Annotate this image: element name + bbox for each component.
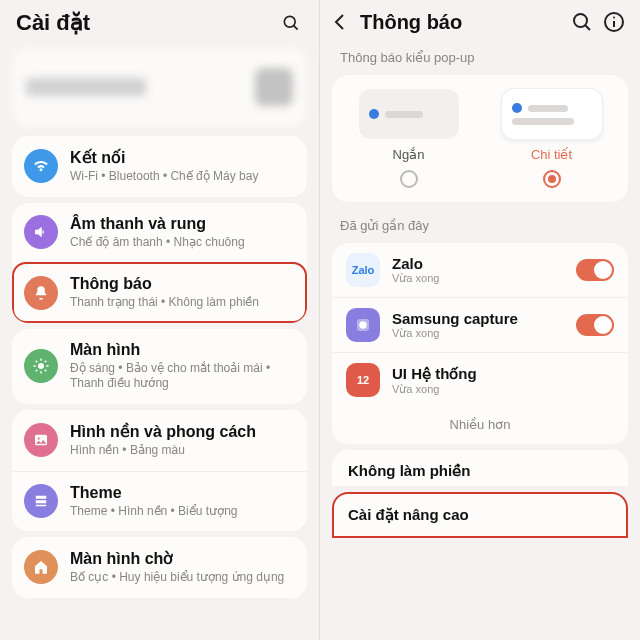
notifications-pane: Thông báo Thông báo kiểu pop-up NgắnChi … <box>320 0 640 640</box>
bell-icon <box>24 276 58 310</box>
dnd-label: Không làm phiền <box>348 462 612 480</box>
row-title: Thông báo <box>70 275 293 293</box>
svg-line-14 <box>585 25 590 30</box>
dnd-row[interactable]: Không làm phiền <box>332 450 628 486</box>
row-title: Hình nền và phong cách <box>70 422 293 441</box>
app-icon: Zalo <box>346 253 380 287</box>
settings-row-image[interactable]: Hình nền và phong cáchHình nền • Bảng mà… <box>12 410 307 471</box>
display-icon <box>24 349 58 383</box>
row-title: Màn hình chờ <box>70 549 293 568</box>
settings-row-home[interactable]: Màn hình chờBố cục • Huy hiệu biểu tượng… <box>12 537 307 598</box>
settings-row-display[interactable]: Màn hìnhĐộ sáng • Bảo vệ cho mắt thoải m… <box>12 329 307 404</box>
recent-app-row[interactable]: 12UI Hệ thốngVừa xong <box>332 352 628 407</box>
app-subtitle: Vừa xong <box>392 327 564 340</box>
settings-row-bell[interactable]: Thông báoThanh trạng thái • Không làm ph… <box>12 262 307 323</box>
row-subtitle: Bố cục • Huy hiệu biểu tượng ứng dụng <box>70 570 293 586</box>
svg-line-8 <box>45 370 47 372</box>
svg-point-19 <box>359 321 367 329</box>
settings-row-sound[interactable]: Âm thanh và rungChế độ âm thanh • Nhạc c… <box>12 203 307 263</box>
popup-option-label: Chi tiết <box>531 147 572 162</box>
popup-preview-detail <box>502 89 602 139</box>
row-subtitle: Chế độ âm thanh • Nhạc chuông <box>70 235 293 251</box>
row-title: Kết nối <box>70 148 293 167</box>
popup-style-card: NgắnChi tiết <box>332 75 628 202</box>
svg-point-2 <box>38 363 44 369</box>
settings-list: Kết nốiWi-Fi • Bluetooth • Chế độ Máy ba… <box>0 136 319 598</box>
radio-icon[interactable] <box>400 170 418 188</box>
more-button[interactable]: Nhiều hơn <box>332 407 628 444</box>
svg-line-9 <box>45 361 47 363</box>
app-subtitle: Vừa xong <box>392 383 614 396</box>
settings-pane: Cài đặt Kết nốiWi-Fi • Bluetooth • Chế đ… <box>0 0 320 640</box>
row-title: Âm thanh và rung <box>70 215 293 233</box>
home-icon <box>24 550 58 584</box>
settings-row-wifi[interactable]: Kết nốiWi-Fi • Bluetooth • Chế độ Máy ba… <box>12 136 307 197</box>
notifications-title: Thông báo <box>360 11 562 34</box>
settings-title: Cài đặt <box>16 10 271 36</box>
toggle-switch[interactable] <box>576 259 614 281</box>
app-icon <box>346 308 380 342</box>
svg-point-0 <box>284 16 295 27</box>
info-icon[interactable] <box>602 10 626 34</box>
search-icon[interactable] <box>570 10 594 34</box>
toggle-switch[interactable] <box>576 314 614 336</box>
search-icon[interactable] <box>279 11 303 35</box>
row-subtitle: Thanh trạng thái • Không làm phiền <box>70 295 293 311</box>
recent-app-row[interactable]: ZaloZaloVừa xong <box>332 243 628 297</box>
app-icon: 12 <box>346 363 380 397</box>
row-subtitle: Wi-Fi • Bluetooth • Chế độ Máy bay <box>70 169 293 185</box>
app-name: Zalo <box>392 255 564 272</box>
radio-icon[interactable] <box>543 170 561 188</box>
svg-point-17 <box>613 17 615 19</box>
advanced-settings-row[interactable]: Cài đặt nâng cao <box>332 492 628 538</box>
recent-app-row[interactable]: Samsung captureVừa xong <box>332 297 628 352</box>
settings-row-palette[interactable]: ThemeTheme • Hình nền • Biểu tượng <box>12 471 307 532</box>
svg-line-7 <box>36 361 38 363</box>
settings-header: Cài đặt <box>0 0 319 42</box>
row-title: Màn hình <box>70 341 293 359</box>
row-subtitle: Độ sáng • Bảo vệ cho mắt thoải mái • Tha… <box>70 361 293 392</box>
notifications-header: Thông báo <box>320 0 640 40</box>
popup-option-detail[interactable]: Chi tiết <box>487 89 616 188</box>
svg-point-13 <box>574 14 587 27</box>
popup-preview-short <box>359 89 459 139</box>
sound-icon <box>24 215 58 249</box>
row-subtitle: Hình nền • Bảng màu <box>70 443 293 459</box>
profile-card[interactable] <box>12 48 307 126</box>
row-title: Theme <box>70 484 293 502</box>
recent-apps-card: ZaloZaloVừa xongSamsung captureVừa xong1… <box>332 243 628 444</box>
app-name: UI Hệ thống <box>392 365 614 383</box>
svg-point-12 <box>38 438 40 440</box>
popup-option-label: Ngắn <box>393 147 425 162</box>
palette-icon <box>24 484 58 518</box>
recent-section-label: Đã gửi gần đây <box>320 208 640 239</box>
popup-option-short[interactable]: Ngắn <box>344 89 473 188</box>
popup-section-label: Thông báo kiểu pop-up <box>320 40 640 71</box>
app-name: Samsung capture <box>392 310 564 327</box>
row-subtitle: Theme • Hình nền • Biểu tượng <box>70 504 293 520</box>
image-icon <box>24 423 58 457</box>
app-subtitle: Vừa xong <box>392 272 564 285</box>
svg-line-10 <box>36 370 38 372</box>
back-icon[interactable] <box>328 10 352 34</box>
advanced-label: Cài đặt nâng cao <box>348 506 612 524</box>
wifi-icon <box>24 149 58 183</box>
svg-line-1 <box>294 26 298 30</box>
